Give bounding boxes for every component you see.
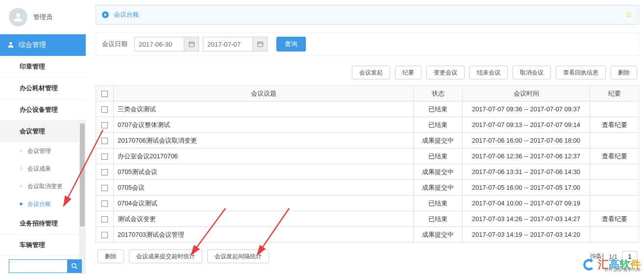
date-to-input[interactable]: [203, 37, 252, 51]
menu-item-车辆管理[interactable]: 车辆管理: [0, 234, 86, 256]
checkbox-row[interactable]: [101, 122, 108, 128]
action-删除[interactable]: 删除: [611, 66, 637, 79]
cell-status: 已结束: [414, 211, 463, 227]
submenu-会议台账[interactable]: 会议台账: [0, 195, 86, 213]
brand-logo: 汇高软件 软件是眼 服务为本: [582, 257, 641, 272]
bottom-删除[interactable]: 删除: [98, 249, 124, 263]
calendar-icon[interactable]: [252, 37, 267, 51]
nav-section-综合管理[interactable]: 综合管理: [0, 34, 86, 56]
panel-title: 会议台账: [114, 10, 139, 19]
table-row[interactable]: 0704会议测试已结束2017-07-04 10:00 -- 2017-07-0…: [96, 196, 639, 211]
submenu-会议取消变更[interactable]: 会议取消变更: [0, 177, 86, 195]
star-icon[interactable]: ☆: [625, 9, 633, 20]
scrollbar-thumb[interactable]: [80, 124, 85, 226]
cell-topic: 0705会议: [114, 180, 414, 196]
sidebar-search: [9, 259, 82, 273]
filter-bar: 会议日期 查询: [96, 32, 639, 56]
submenu-会议管理[interactable]: 会议管理: [0, 142, 86, 160]
user-nav-icon: [7, 41, 15, 50]
meeting-table: 会议议题 状态 会议时间 纪要 三类会议测试已结束2017-07-07 09:3…: [96, 85, 639, 243]
table-row[interactable]: 20170706测试会议取消变更成果提交中2017-07-06 16:00 --…: [96, 133, 639, 149]
cell-time: 2017-07-07 09:13 -- 2017-07-07 09:14: [463, 117, 590, 133]
action-结束会议[interactable]: 结束会议: [470, 66, 508, 79]
cell-time: 2017-07-03 14:26 -- 2017-07-03 14:27: [463, 211, 590, 227]
menu-item-办公耗材管理[interactable]: 办公耗材管理: [0, 77, 86, 99]
cell-time: 2017-07-06 12:36 -- 2017-07-06 12:37: [463, 149, 590, 164]
user-name: 管理员: [33, 13, 52, 22]
submenu-会议成果[interactable]: 会议成果: [0, 160, 86, 177]
bottom-bar: 删除 会议成果提交超时统计 会议发起间隔统计 [9条] 1/1: [96, 249, 639, 263]
main-content: 会议台账 ☆ 会议日期 查询 会议发起 纪要 变更会议 结束会议 取消会议 查看…: [96, 0, 639, 263]
col-topic: 会议议题: [114, 86, 414, 101]
cell-time: 2017-07-06 13:31 -- 2017-07-06 14:30: [463, 164, 590, 180]
checkbox-row[interactable]: [101, 185, 108, 191]
table-row[interactable]: 0705测试会议成果提交中2017-07-06 13:31 -- 2017-07…: [96, 164, 639, 180]
cell-topic: 0704会议测试: [114, 196, 414, 211]
query-button[interactable]: 查询: [276, 37, 306, 51]
brand-swirl-icon: [582, 258, 596, 272]
table-row[interactable]: 20170703测试会议管理成果提交中2017-07-03 14:19 -- 2…: [96, 227, 639, 243]
brand-slogan: 软件是眼 服务为本: [604, 267, 641, 273]
scrollbar[interactable]: [79, 120, 86, 274]
svg-rect-8: [257, 42, 263, 47]
cell-status: 成果提交中: [414, 227, 463, 243]
bottom-会议发起间隔统计[interactable]: 会议发起间隔统计: [207, 249, 269, 263]
col-time: 会议时间: [463, 86, 590, 101]
action-变更会议[interactable]: 变更会议: [426, 66, 465, 79]
table-header-row: 会议议题 状态 会议时间 纪要: [96, 86, 639, 101]
cell-minutes[interactable]: 查看纪要: [590, 149, 639, 164]
dot-icon: [20, 167, 23, 170]
sidebar-search-input[interactable]: [9, 259, 68, 273]
svg-point-1: [9, 42, 12, 44]
menu-item-业务招待管理[interactable]: 业务招待管理: [0, 213, 86, 234]
cell-topic: 20170703测试会议管理: [114, 227, 414, 243]
table-row[interactable]: 测试会议变更已结束2017-07-03 14:26 -- 2017-07-03 …: [96, 211, 639, 227]
user-block: 管理员: [0, 0, 86, 34]
checkbox-row[interactable]: [101, 153, 108, 160]
date-to-group: [203, 37, 268, 51]
svg-point-2: [72, 264, 76, 268]
sidebar-search-button[interactable]: [67, 259, 82, 273]
action-取消会议[interactable]: 取消会议: [513, 66, 551, 79]
checkbox-row[interactable]: [101, 216, 108, 223]
cell-status: 已结束: [414, 101, 463, 117]
cell-minutes: [590, 180, 639, 196]
bottom-会议成果提交超时统计[interactable]: 会议成果提交超时统计: [129, 249, 202, 263]
checkbox-row[interactable]: [101, 200, 108, 207]
table-row[interactable]: 0705会议成果提交中2017-07-05 16:00 -- 2017-07-0…: [96, 180, 639, 196]
menu-item-办公设备管理[interactable]: 办公设备管理: [0, 99, 86, 121]
table-row[interactable]: 办公室会议20170706已结束2017-07-06 12:36 -- 2017…: [96, 149, 639, 164]
cell-status: 成果提交中: [414, 164, 463, 180]
dot-icon: [20, 149, 23, 152]
nav-section-label: 综合管理: [19, 41, 46, 50]
col-status: 状态: [414, 86, 463, 101]
cell-topic: 20170706测试会议取消变更: [114, 133, 414, 149]
cell-minutes: [590, 164, 639, 180]
avatar: [9, 8, 27, 26]
table-row[interactable]: 三类会议测试已结束2017-07-07 09:36 -- 2017-07-07 …: [96, 101, 639, 117]
cell-topic: 0707会议整体测试: [114, 117, 414, 133]
cell-minutes[interactable]: 查看纪要: [590, 117, 639, 133]
menu-item-印章管理[interactable]: 印章管理: [0, 56, 86, 77]
action-会议发起[interactable]: 会议发起: [352, 66, 390, 79]
checkbox-row[interactable]: [101, 106, 108, 113]
bullet-icon: [102, 11, 109, 18]
cell-status: 已结束: [414, 196, 463, 211]
action-查看回执信息[interactable]: 查看回执信息: [556, 66, 606, 79]
checkbox-row[interactable]: [101, 169, 108, 175]
checkbox-row[interactable]: [101, 232, 108, 238]
cell-status: 已结束: [414, 149, 463, 164]
cell-minutes[interactable]: 查看纪要: [590, 211, 639, 227]
svg-rect-4: [189, 42, 194, 47]
checkbox-all[interactable]: [101, 91, 108, 97]
table-row[interactable]: 0707会议整体测试已结束2017-07-07 09:13 -- 2017-07…: [96, 117, 639, 133]
menu-item-会议管理[interactable]: 会议管理: [0, 121, 86, 142]
cell-minutes: [590, 133, 639, 149]
calendar-icon[interactable]: [184, 37, 198, 51]
action-纪要[interactable]: 纪要: [395, 66, 421, 79]
checkbox-row[interactable]: [101, 138, 108, 144]
date-from-input[interactable]: [135, 37, 184, 51]
cell-time: 2017-07-07 09:36 -- 2017-07-07 09:37: [463, 101, 590, 117]
search-icon: [71, 263, 78, 270]
user-icon: [12, 11, 24, 23]
